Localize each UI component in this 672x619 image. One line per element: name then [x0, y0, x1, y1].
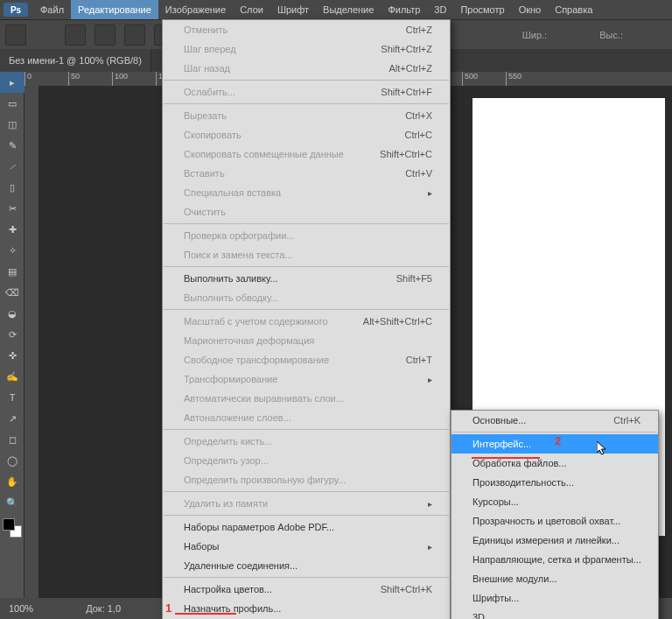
edit-sep — [164, 80, 449, 81]
tool-17[interactable]: ◻ — [0, 429, 24, 450]
menu-item-label: Масштаб с учетом содержимого — [184, 316, 328, 327]
prefs-item-5[interactable]: Курсоры... — [452, 492, 658, 511]
menu-item-label: Курсоры... — [472, 496, 519, 507]
tool-0[interactable]: ▸ — [0, 72, 24, 93]
edit-sep — [164, 309, 449, 310]
prefs-item-11[interactable]: 3D... — [452, 608, 658, 619]
menu-item-shortcut: Shift+F5 — [396, 273, 432, 284]
edit-item-2: Шаг назадAlt+Ctrl+Z — [163, 59, 450, 78]
edit-item-1: Шаг впередShift+Ctrl+Z — [163, 39, 450, 59]
toolbox: ▸▭◫✎⟋▯✂✚✧▤⌫◒⟳✜✍T↗◻◯✋🔍 — [0, 72, 24, 598]
ruler-tick: 500 — [462, 72, 506, 86]
edit-item-7: СкопироватьCtrl+C — [163, 125, 450, 144]
annotation-underline-2 — [472, 457, 540, 459]
tool-3[interactable]: ✎ — [0, 135, 24, 156]
color-swatches[interactable] — [3, 518, 22, 538]
tool-12[interactable]: ⟳ — [0, 324, 24, 345]
prefs-item-0[interactable]: Основные...Ctrl+K — [452, 411, 658, 430]
tool-20[interactable]: 🔍 — [0, 492, 24, 513]
tool-6[interactable]: ✂ — [0, 198, 24, 219]
edit-sep — [164, 515, 449, 516]
edit-item-36[interactable]: Настройка цветов...Shift+Ctrl+K — [163, 580, 450, 599]
ruler-tick: 50 — [68, 72, 112, 86]
menu-item-label: Трансформирование — [184, 374, 277, 384]
tool-19[interactable]: ✋ — [0, 471, 24, 492]
menu-шрифт[interactable]: Шрифт — [270, 0, 316, 19]
tool-5[interactable]: ▯ — [0, 177, 24, 198]
menu-редактирование[interactable]: Редактирование — [71, 0, 158, 19]
edit-item-20: Марионеточная деформация — [163, 331, 450, 350]
tool-9[interactable]: ▤ — [0, 261, 24, 282]
menu-item-shortcut: Shift+Ctrl+Z — [381, 44, 432, 54]
ruler-tick: 100 — [112, 72, 156, 86]
menu-item-label: Обработка файлов... — [472, 458, 567, 468]
annotation-number-1: 1 — [165, 601, 172, 615]
menu-справка[interactable]: Справка — [548, 0, 599, 19]
edit-item-22: Трансформирование — [163, 369, 450, 389]
edit-item-28: Определить произвольную фигуру... — [163, 470, 450, 489]
edit-sep — [164, 266, 449, 267]
menu-item-shortcut: Alt+Ctrl+Z — [388, 63, 432, 74]
edit-item-11: Очистить — [163, 202, 450, 222]
prefs-item-7[interactable]: Единицы измерения и линейки... — [452, 531, 658, 550]
tool-16[interactable]: ↗ — [0, 408, 24, 429]
menu-item-label: Автоналожение слоев... — [184, 412, 291, 423]
preset-icon[interactable] — [5, 25, 26, 46]
document-tab[interactable]: Без имени-1 @ 100% (RGB/8) — [0, 49, 151, 72]
menu-фильтр[interactable]: Фильтр — [381, 0, 427, 19]
menu-изображение[interactable]: Изображение — [158, 0, 233, 19]
menu-item-label: Шаг назад — [184, 63, 230, 74]
tool-11[interactable]: ◒ — [0, 303, 24, 324]
edit-item-23: Автоматически выравнивать слои... — [163, 389, 450, 408]
edit-item-32[interactable]: Наборы параметров Adobe PDF... — [163, 517, 450, 537]
menu-item-label: Наборы — [184, 541, 220, 552]
edit-sep — [164, 103, 449, 104]
edit-item-4: Ослабить...Shift+Ctrl+F — [163, 82, 450, 102]
menu-item-label: Наборы параметров Adobe PDF... — [184, 522, 334, 532]
menu-item-label: Единицы измерения и линейки... — [472, 535, 620, 545]
menu-выделение[interactable]: Выделение — [316, 0, 381, 19]
tool-10[interactable]: ⌫ — [0, 282, 24, 303]
edit-item-16[interactable]: Выполнить заливку...Shift+F5 — [163, 269, 450, 288]
edit-item-37[interactable]: Назначить профиль... — [163, 599, 450, 618]
prefs-item-8[interactable]: Направляющие, сетка и фрагменты... — [452, 550, 658, 569]
zoom-level[interactable]: 100% — [9, 603, 33, 614]
edit-item-34[interactable]: Удаленные соединения... — [163, 556, 450, 575]
menu-item-label: Специальная вставка — [184, 187, 281, 198]
menu-item-shortcut: Ctrl+V — [405, 168, 432, 179]
ruler-vertical — [24, 86, 38, 598]
menu-item-label: Направляющие, сетка и фрагменты... — [472, 554, 641, 565]
menu-слои[interactable]: Слои — [233, 0, 270, 19]
tool-7[interactable]: ✚ — [0, 219, 24, 240]
opt-icon-2[interactable] — [94, 25, 116, 46]
tool-13[interactable]: ✜ — [0, 345, 24, 366]
prefs-item-4[interactable]: Производительность... — [452, 473, 658, 492]
opt-icon-1[interactable] — [65, 25, 86, 46]
prefs-item-9[interactable]: Внешние модули... — [452, 569, 658, 588]
annotation-underline-1 — [175, 613, 236, 615]
edit-item-10: Специальная вставка — [163, 183, 450, 202]
menu-item-label: Свободное трансформирование — [184, 355, 329, 365]
opt-icon-3[interactable] — [124, 25, 145, 46]
menu-3d[interactable]: 3D — [427, 0, 453, 19]
prefs-item-6[interactable]: Прозрачность и цветовой охват... — [452, 511, 658, 531]
tool-2[interactable]: ◫ — [0, 114, 24, 135]
menu-item-label: Скопировать совмещенные данные — [184, 149, 344, 159]
menu-item-shortcut: Shift+Ctrl+K — [381, 584, 432, 594]
tool-4[interactable]: ⟋ — [0, 156, 24, 177]
tool-18[interactable]: ◯ — [0, 450, 24, 471]
tool-15[interactable]: T — [0, 387, 24, 408]
tool-8[interactable]: ✧ — [0, 240, 24, 261]
edit-item-9: ВставитьCtrl+V — [163, 164, 450, 183]
tool-14[interactable]: ✍ — [0, 366, 24, 387]
tool-1[interactable]: ▭ — [0, 93, 24, 114]
annotation-number-2: 2 — [555, 434, 561, 447]
prefs-item-10[interactable]: Шрифты... — [452, 588, 658, 608]
menu-файл[interactable]: Файл — [33, 0, 71, 19]
edit-item-33[interactable]: Наборы — [163, 537, 450, 556]
menu-просмотр[interactable]: Просмотр — [453, 0, 511, 19]
edit-item-14: Поиск и замена текста... — [163, 245, 450, 264]
edit-sep — [164, 223, 449, 224]
edit-menu-dropdown: ОтменитьCtrl+ZШаг впередShift+Ctrl+ZШаг … — [162, 19, 451, 619]
menu-окно[interactable]: Окно — [512, 0, 549, 19]
